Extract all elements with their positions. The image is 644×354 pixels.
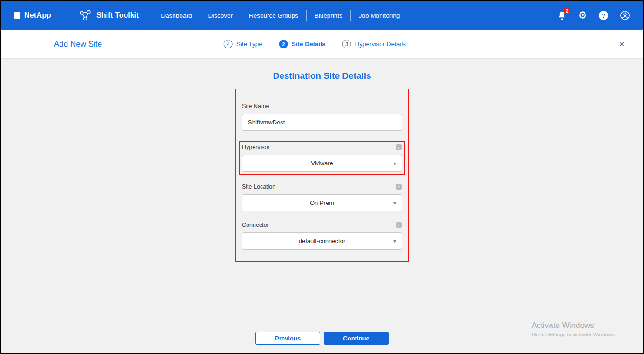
nav-divider — [200, 10, 200, 21]
nav-item-job-monitoring[interactable]: Job Monitoring — [352, 12, 407, 19]
netapp-logo-icon — [14, 12, 20, 19]
continue-button[interactable]: Continue — [324, 332, 389, 345]
previous-button[interactable]: Previous — [255, 332, 320, 345]
user-icon — [620, 10, 630, 20]
nav-divider — [350, 10, 351, 21]
main-nav: Dashboard Discover Resource Groups Bluep… — [146, 10, 409, 21]
shift-toolkit-home[interactable]: Shift Toolkit — [78, 9, 139, 22]
step-number: 2 — [279, 40, 288, 48]
connector-value: default-connector — [299, 238, 345, 245]
shift-toolkit-icon — [78, 9, 92, 22]
hypervisor-value: VMware — [311, 160, 333, 167]
notification-badge: 2 — [564, 7, 570, 14]
chevron-down-icon: ▾ — [393, 238, 396, 245]
main-content: Destination Site Details Site Name Hyper… — [1, 59, 643, 353]
nav-divider — [306, 10, 307, 21]
site-name-field: Site Name — [242, 103, 402, 131]
site-location-field: Site Location i On Prem ▾ — [242, 184, 402, 211]
watermark-line1: Activate Windows — [531, 321, 616, 330]
step-hypervisor-details[interactable]: 3 Hypervisor Details — [342, 40, 406, 48]
check-icon: ✓ — [224, 40, 233, 48]
nav-item-blueprints[interactable]: Blueprints — [308, 12, 349, 19]
wizard-footer: Previous Continue — [255, 332, 389, 345]
wizard-stepper: ✓ Site Type 2 Site Details 3 Hypervisor … — [224, 40, 406, 48]
form-divider — [242, 95, 402, 95]
step-number: 3 — [342, 40, 351, 48]
annotation-box-outer: Site Name Hypervisor i VMware ▾ — [235, 88, 409, 262]
notifications-button[interactable]: 2 — [557, 11, 566, 20]
info-icon[interactable]: i — [396, 144, 402, 150]
site-location-value: On Prem — [310, 199, 334, 206]
hypervisor-select[interactable]: VMware ▾ — [242, 155, 402, 172]
info-icon[interactable]: i — [396, 184, 402, 190]
app-window: NetApp Shift Toolkit Dashboard Discover … — [0, 0, 644, 354]
nav-divider — [153, 10, 153, 21]
hypervisor-field: Hypervisor i VMware ▾ — [242, 144, 402, 172]
top-navigation: NetApp Shift Toolkit Dashboard Discover … — [1, 1, 643, 30]
step-label: Site Type — [236, 41, 262, 48]
page-title: Add New Site — [54, 40, 102, 49]
help-icon: ? — [599, 11, 608, 20]
step-label: Hypervisor Details — [355, 41, 406, 48]
site-location-label: Site Location — [242, 184, 275, 190]
nav-item-resource-groups[interactable]: Resource Groups — [242, 12, 305, 19]
header-actions: 2 ⚙ ? — [557, 10, 630, 20]
connector-select[interactable]: default-connector ▾ — [242, 232, 402, 250]
site-location-select[interactable]: On Prem ▾ — [242, 194, 402, 211]
step-label: Site Details — [292, 41, 326, 48]
settings-button[interactable]: ⚙ — [578, 10, 587, 20]
nav-divider — [241, 10, 241, 21]
content-title: Destination Site Details — [1, 71, 643, 81]
nav-item-dashboard[interactable]: Dashboard — [154, 12, 199, 19]
help-button[interactable]: ? — [599, 11, 608, 20]
gear-icon: ⚙ — [578, 10, 587, 20]
netapp-logo[interactable]: NetApp — [14, 11, 51, 20]
watermark-line2: Go to Settings to activate Windows. — [531, 332, 616, 337]
connector-label: Connector — [242, 222, 269, 228]
chevron-down-icon: ▾ — [393, 160, 396, 167]
site-name-input[interactable] — [242, 114, 402, 131]
info-icon[interactable]: i — [396, 222, 402, 228]
user-menu-button[interactable] — [620, 10, 630, 20]
hypervisor-label: Hypervisor — [242, 144, 270, 150]
step-site-details[interactable]: 2 Site Details — [279, 40, 326, 48]
annotation-box-hypervisor: Hypervisor i VMware ▾ — [239, 141, 405, 175]
connector-field: Connector i default-connector ▾ — [242, 222, 402, 250]
close-button[interactable]: ✕ — [619, 41, 624, 48]
activate-windows-watermark: Activate Windows Go to Settings to activ… — [531, 321, 616, 337]
chevron-down-icon: ▾ — [393, 200, 396, 206]
site-details-form: Site Name Hypervisor i VMware ▾ — [235, 88, 409, 262]
wizard-header: Add New Site ✓ Site Type 2 Site Details … — [1, 30, 643, 59]
nav-divider — [408, 10, 408, 21]
app-name: Shift Toolkit — [96, 11, 139, 20]
nav-item-discover[interactable]: Discover — [201, 12, 240, 19]
step-site-type[interactable]: ✓ Site Type — [224, 40, 262, 48]
netapp-brand-text: NetApp — [24, 11, 51, 20]
site-name-label: Site Name — [242, 103, 269, 109]
